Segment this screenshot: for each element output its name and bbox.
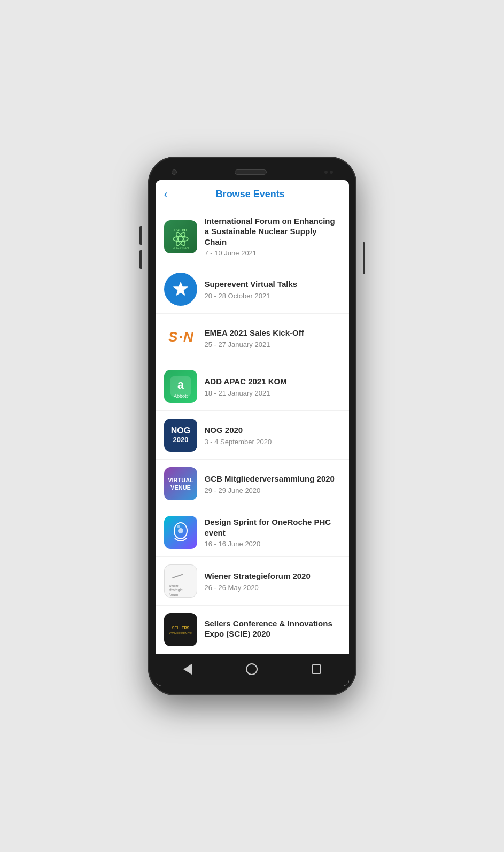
svg-text:2020: 2020	[173, 436, 188, 444]
phone-speaker	[235, 169, 267, 175]
event-name: EMEA 2021 Sales Kick-Off	[205, 328, 340, 338]
svg-text:CONFERENCE: CONFERENCE	[169, 632, 191, 635]
svg-text:wiener: wiener	[168, 584, 180, 587]
volume-up-button	[139, 226, 142, 245]
back-nav-button[interactable]	[177, 661, 198, 677]
event-date: 29 - 29 June 2020	[205, 486, 340, 494]
event-info: Superevent Virtual Talks 20 - 28 October…	[205, 279, 340, 300]
navigation-bar	[156, 654, 349, 686]
svg-text:a: a	[177, 378, 184, 391]
event-info: NOG 2020 3 - 4 September 2020	[205, 425, 340, 446]
svg-text:N: N	[183, 329, 194, 345]
recent-square-icon	[312, 664, 321, 674]
page-title: Browse Events	[172, 189, 340, 200]
event-info: Design Sprint for OneRoche PHC event 16 …	[205, 517, 340, 548]
recent-nav-button[interactable]	[306, 661, 327, 677]
event-date: 25 - 27 January 2021	[205, 340, 340, 348]
event-date: 7 - 10 June 2021	[205, 249, 340, 257]
event-list-item[interactable]: EVENT FORASIAN International Forum on En…	[156, 208, 349, 266]
power-button	[363, 242, 365, 274]
event-name: ADD APAC 2021 KOM	[205, 376, 340, 387]
home-circle-icon	[246, 663, 258, 675]
event-list-item[interactable]: S · N EMEA 2021 Sales Kick-Off 25 - 27 J…	[156, 314, 349, 362]
event-list-item[interactable]: NOG 2020 NOG 2020 3 - 4 September 2020	[156, 411, 349, 460]
event-name: International Forum on Enhancing a Susta…	[205, 216, 340, 247]
svg-point-18	[178, 528, 183, 533]
svg-text:forum: forum	[168, 593, 178, 597]
event-list-item[interactable]: a Abbott ADD APAC 2021 KOM 18 - 21 Janua…	[156, 362, 349, 411]
sensor-dot	[324, 171, 328, 174]
event-list-item[interactable]: Design Sprint for OneRoche PHC event 16 …	[156, 508, 349, 557]
svg-text:S: S	[168, 329, 178, 345]
app-header: ‹ Browse Events	[156, 180, 349, 208]
event-name: GCB Mitgliederversammlung 2020	[205, 474, 340, 484]
event-info: ADD APAC 2021 KOM 18 - 21 January 2021	[205, 376, 340, 397]
phone-device: ‹ Browse Events EVENT FORASIAN Internati…	[148, 157, 356, 696]
svg-text:EVENT: EVENT	[173, 228, 188, 233]
event-info: GCB Mitgliederversammlung 2020 29 - 29 J…	[205, 474, 340, 494]
svg-text:Abbott: Abbott	[173, 393, 188, 399]
event-info: EMEA 2021 Sales Kick-Off 25 - 27 January…	[205, 328, 340, 348]
event-list-item[interactable]: SELLERS CONFERENCE Sellers Conference & …	[156, 606, 349, 654]
event-date: 18 - 21 January 2021	[205, 389, 340, 397]
event-name: Wiener Strategieforum 2020	[205, 571, 340, 582]
phone-sensors	[324, 171, 333, 174]
event-info: International Forum on Enhancing a Susta…	[205, 216, 340, 258]
event-date: 16 - 16 June 2020	[205, 540, 340, 548]
svg-text:SELLERS: SELLERS	[172, 626, 189, 630]
event-date: 26 - 26 May 2020	[205, 584, 340, 592]
svg-marker-6	[173, 282, 188, 296]
event-list-item[interactable]: Superevent Virtual Talks 20 - 28 October…	[156, 265, 349, 314]
event-info: Wiener Strategieforum 2020 26 - 26 May 2…	[205, 571, 340, 592]
back-button[interactable]: ‹	[164, 189, 172, 200]
event-info: Sellers Conference & Innovations Expo (S…	[205, 618, 340, 641]
svg-line-20	[172, 575, 182, 578]
phone-screen: ‹ Browse Events EVENT FORASIAN Internati…	[156, 180, 349, 686]
event-date: 20 - 28 October 2021	[205, 292, 340, 300]
svg-text:·: ·	[179, 329, 183, 345]
svg-text:strategie: strategie	[168, 588, 182, 593]
events-list: EVENT FORASIAN International Forum on En…	[156, 208, 349, 654]
svg-text:FORASIAN: FORASIAN	[172, 246, 189, 249]
phone-top-bar	[156, 166, 349, 180]
event-date: 3 - 4 September 2020	[205, 438, 340, 446]
sensor-dot	[330, 171, 333, 174]
event-list-item[interactable]: VIRTUAL VENUE GCB Mitgliederversammlung …	[156, 460, 349, 508]
back-triangle-icon	[183, 664, 192, 675]
svg-point-2	[173, 236, 188, 242]
event-list-item[interactable]: wiener strategie forum Wiener Strategief…	[156, 557, 349, 606]
svg-text:NOG: NOG	[170, 426, 190, 435]
svg-text:VENUE: VENUE	[170, 484, 191, 491]
event-name: Superevent Virtual Talks	[205, 279, 340, 290]
event-name: NOG 2020	[205, 425, 340, 436]
event-name: Design Sprint for OneRoche PHC event	[205, 517, 340, 538]
svg-point-19	[177, 525, 180, 528]
front-camera	[172, 169, 177, 175]
volume-down-button	[139, 250, 142, 269]
event-name: Sellers Conference & Innovations Expo (S…	[205, 618, 340, 639]
home-nav-button[interactable]	[241, 661, 262, 677]
svg-text:VIRTUAL: VIRTUAL	[168, 477, 193, 483]
